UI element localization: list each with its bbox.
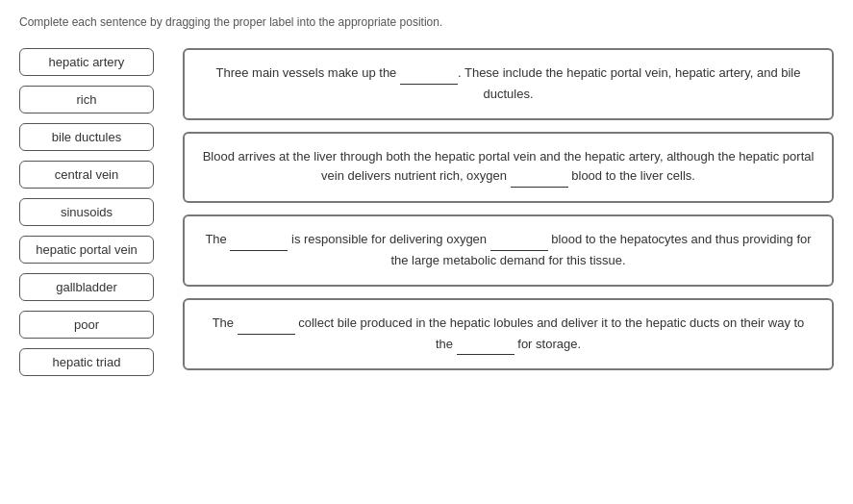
label-item-4[interactable]: sinusoids — [19, 198, 154, 226]
label-item-3[interactable]: central vein — [19, 161, 154, 189]
label-item-5[interactable]: hepatic portal vein — [19, 236, 154, 264]
blank-4-1[interactable] — [238, 314, 295, 335]
blank-4-2[interactable] — [457, 335, 514, 356]
sentence-box-1: Three main vessels make up the . These i… — [183, 48, 834, 120]
label-item-1[interactable]: rich — [19, 86, 154, 113]
blank-3-1[interactable] — [230, 230, 288, 251]
sentence-box-2: Blood arrives at the liver through both … — [183, 132, 834, 204]
blank-2-1[interactable] — [511, 166, 568, 188]
label-item-7[interactable]: poor — [19, 311, 154, 339]
sentence-box-4: The collect bile produced in the hepatic… — [183, 298, 834, 371]
sentences-column: Three main vessels make up the . These i… — [183, 48, 834, 370]
label-item-0[interactable]: hepatic artery — [19, 48, 154, 76]
blank-1-1[interactable] — [400, 63, 458, 85]
labels-column: hepatic arteryrichbile ductulescentral v… — [19, 48, 154, 376]
label-item-6[interactable]: gallbladder — [19, 273, 154, 301]
sentence-box-3: The is responsible for delivering oxygen… — [183, 214, 834, 287]
label-item-2[interactable]: bile ductules — [19, 123, 154, 151]
label-item-8[interactable]: hepatic triad — [19, 348, 154, 376]
main-layout: hepatic arteryrichbile ductulescentral v… — [19, 48, 834, 376]
instructions-text: Complete each sentence by dragging the p… — [19, 15, 834, 29]
blank-3-2[interactable] — [490, 230, 548, 251]
